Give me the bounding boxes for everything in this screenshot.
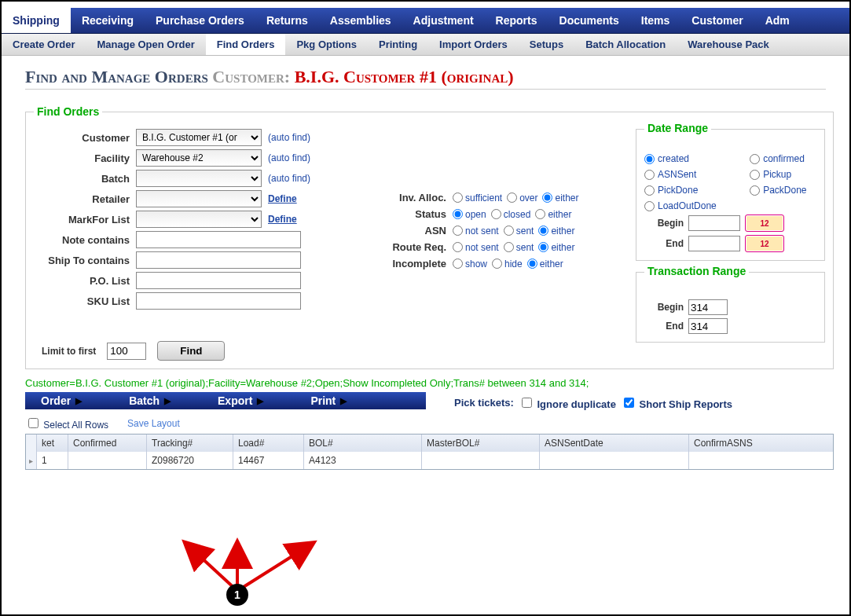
ab-batch[interactable]: Batch▶: [129, 394, 218, 407]
status-label: Status: [378, 208, 453, 220]
col-confirmasns[interactable]: ConfirmASNS: [689, 434, 815, 452]
chevron-right-icon: ▶: [257, 396, 263, 406]
ab-print[interactable]: Print▶: [310, 394, 354, 407]
calendar-icon[interactable]: 12: [745, 235, 784, 252]
status-closed[interactable]: closed: [491, 209, 531, 220]
top-nav: Shipping Receiving Purchase Orders Retur…: [2, 8, 849, 34]
col-asnsentdate[interactable]: ASNSentDate: [540, 434, 689, 452]
subnav-warehouse-pack[interactable]: Warehouse Pack: [677, 34, 780, 55]
status-open[interactable]: open: [453, 209, 486, 220]
dr-confirmed[interactable]: confirmed: [750, 153, 816, 164]
svg-text:1: 1: [234, 588, 240, 601]
facility-select[interactable]: Warehouse #2: [136, 149, 262, 167]
customer-select[interactable]: B.I.G. Customer #1 (or: [136, 129, 262, 146]
limit-input[interactable]: [107, 343, 146, 360]
markfor-label: MarkFor List: [34, 214, 136, 226]
customer-autofind[interactable]: (auto find): [262, 132, 310, 143]
nav-receiving[interactable]: Receiving: [71, 8, 145, 33]
col-confirmed[interactable]: Confirmed: [68, 434, 147, 452]
retailer-define-link[interactable]: Define: [268, 193, 297, 204]
subnav-import-orders[interactable]: Import Orders: [428, 34, 519, 55]
shipto-input[interactable]: [136, 251, 301, 269]
col-bol[interactable]: BOL#: [304, 434, 422, 452]
col-load[interactable]: Load#: [233, 434, 304, 452]
chevron-right-icon: ▶: [75, 396, 82, 406]
inv-over[interactable]: over: [507, 192, 537, 204]
route-row: Route Req. not sent sent either: [378, 241, 622, 253]
cell-bol: A4123: [304, 452, 422, 469]
status-row: Status open closed either: [378, 208, 622, 220]
status-either[interactable]: either: [535, 209, 571, 220]
inc-hide[interactable]: hide: [492, 258, 523, 270]
dr-pickdone[interactable]: PickDone: [644, 185, 726, 196]
criteria-summary: Customer=B.I.G. Customer #1 (original);F…: [2, 374, 849, 392]
batch-label: Batch: [34, 173, 136, 185]
asn-not-sent[interactable]: not sent: [453, 226, 499, 236]
tr-begin-input[interactable]: [688, 299, 728, 315]
route-not-sent[interactable]: not sent: [453, 242, 499, 253]
nav-reports[interactable]: Reports: [485, 8, 548, 33]
nav-customer[interactable]: Customer: [680, 8, 754, 33]
nav-assemblies[interactable]: Assemblies: [319, 8, 402, 33]
tr-end-input[interactable]: [688, 318, 728, 334]
svg-point-3: [226, 584, 248, 606]
find-orders-fieldset: Find Orders Customer B.I.G. Customer #1 …: [25, 105, 834, 369]
save-layout-link[interactable]: Save Layout: [127, 418, 180, 429]
dr-loadoutdone[interactable]: LoadOutDone: [644, 200, 726, 211]
nav-items[interactable]: Items: [630, 8, 681, 33]
route-sent[interactable]: sent: [504, 242, 534, 253]
nav-adjustment[interactable]: Adjustment: [402, 8, 485, 33]
select-all-rows[interactable]: Select All Rows: [25, 416, 108, 431]
sku-label: SKU List: [34, 295, 136, 307]
note-input[interactable]: [136, 231, 301, 248]
dr-asnsent[interactable]: ASNSent: [644, 169, 726, 180]
subnav-pkg-options[interactable]: Pkg Options: [285, 34, 368, 55]
note-label: Note contains: [34, 234, 136, 246]
subnav-create-order[interactable]: Create Order: [2, 34, 86, 55]
nav-documents[interactable]: Documents: [548, 8, 630, 33]
subnav-printing[interactable]: Printing: [368, 34, 428, 55]
col-masterbol[interactable]: MasterBOL#: [422, 434, 540, 452]
markfor-define-link[interactable]: Define: [268, 214, 297, 225]
dr-pickup[interactable]: Pickup: [750, 169, 816, 180]
subnav-batch-allocation[interactable]: Batch Allocation: [574, 34, 677, 55]
ab-export[interactable]: Export▶: [218, 394, 310, 407]
nav-admin[interactable]: Adm: [754, 8, 801, 33]
po-input[interactable]: [136, 272, 301, 289]
ab-order[interactable]: Order▶: [41, 394, 129, 407]
retailer-select[interactable]: [136, 190, 262, 207]
nav-shipping[interactable]: Shipping: [2, 8, 71, 33]
grid-row[interactable]: ▸ 1 Z0986720 14467 A4123: [26, 452, 833, 469]
col-ket[interactable]: ket: [37, 434, 68, 452]
page-title: Find and Manage Orders Customer: B.I.G. …: [2, 56, 849, 90]
chevron-right-icon: ▶: [340, 396, 347, 406]
asn-either[interactable]: either: [538, 226, 574, 236]
inv-sufficient[interactable]: sufficient: [453, 192, 502, 204]
route-either[interactable]: either: [538, 242, 574, 253]
incomplete-label: Incomplete: [378, 258, 453, 270]
asn-sent[interactable]: sent: [504, 226, 534, 236]
subnav-setups[interactable]: Setups: [519, 34, 574, 55]
facility-autofind[interactable]: (auto find): [262, 152, 310, 163]
dr-end-input[interactable]: [688, 236, 740, 251]
batch-select[interactable]: [136, 170, 262, 187]
grid-header-row: ket Confirmed Tracking# Load# BOL# Maste…: [26, 434, 833, 452]
sku-input[interactable]: [136, 292, 301, 310]
col-tracking[interactable]: Tracking#: [147, 434, 233, 452]
dr-created[interactable]: created: [644, 153, 726, 164]
find-button[interactable]: Find: [157, 341, 225, 361]
batch-autofind[interactable]: (auto find): [262, 173, 310, 184]
short-ship-reports-checkbox[interactable]: Short Ship Reports: [621, 395, 732, 410]
nav-returns[interactable]: Returns: [255, 8, 319, 33]
dr-begin-input[interactable]: [688, 215, 740, 231]
inc-show[interactable]: show: [453, 258, 487, 270]
markfor-select[interactable]: [136, 211, 262, 228]
ignore-duplicate-checkbox[interactable]: Ignore duplicate: [519, 395, 616, 410]
calendar-icon[interactable]: 12: [745, 214, 784, 232]
nav-purchase-orders[interactable]: Purchase Orders: [145, 8, 255, 33]
inc-either[interactable]: either: [527, 258, 563, 270]
inv-either[interactable]: either: [542, 192, 578, 204]
subnav-manage-open-order[interactable]: Manage Open Order: [86, 34, 205, 55]
dr-packdone[interactable]: PackDone: [750, 185, 816, 196]
subnav-find-orders[interactable]: Find Orders: [206, 34, 286, 55]
